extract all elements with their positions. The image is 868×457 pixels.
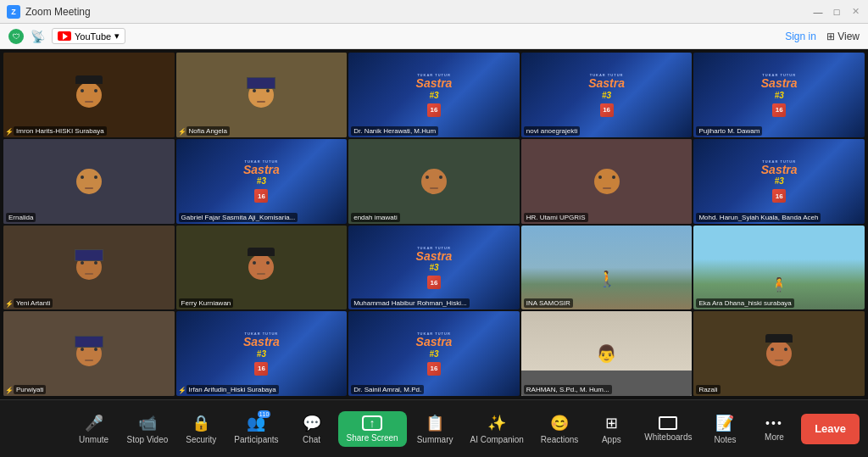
participant-name-label: INA SAMOSIR [524, 298, 573, 308]
participant-name-label: Muhammad Habibur Rohman_Hiski... [351, 298, 469, 308]
maximize-button[interactable]: □ [831, 6, 843, 18]
share-screen-button[interactable]: ↑ Share Screen [338, 411, 407, 447]
participant-name-label: Irfan Arifudin_Hiski Surabaya [186, 385, 279, 394]
sub-toolbar: 🛡 📡 YouTube ▾ Sign in ⊞ View [0, 24, 868, 49]
reactions-icon: 😊 [550, 414, 569, 432]
chat-icon: 💬 [303, 414, 321, 432]
sign-in-button[interactable]: Sign in [785, 31, 816, 42]
share-screen-icon: ↑ [362, 415, 382, 431]
share-screen-label: Share Screen [347, 433, 398, 443]
video-tile[interactable]: TUKAR TUTUR Sastra #3 16 novi anoegrajek… [521, 53, 693, 137]
participant-name-label: Eka Ara Dhana_hiski surabaya [696, 298, 793, 308]
video-tile[interactable]: TUKAR TUTUR Sastra #3 16 Gabriel Fajar S… [176, 139, 348, 224]
security-label: Security [186, 435, 216, 444]
participant-name-label: RAHMAN, S.Pd., M. Hum... [524, 385, 612, 394]
participant-name-label: Purwiyati [14, 385, 46, 394]
close-button[interactable]: ✕ [849, 6, 861, 18]
summary-label: Summary [417, 435, 453, 444]
video-tile[interactable]: ⚡Imron Harits-HISKI Surabaya [3, 53, 175, 137]
unmute-button[interactable]: 🎤 Unmute [71, 410, 117, 449]
participant-name-label: Nofia Angela [186, 126, 230, 136]
whiteboards-icon [659, 416, 677, 430]
titlebar: Z Zoom Meeting — □ ✕ [0, 0, 868, 24]
mic-muted-icon: ⚡ [5, 300, 14, 308]
ai-companion-label: AI Companion [470, 435, 523, 444]
chat-label: Chat [303, 435, 320, 444]
video-tile[interactable]: TUKAR TUTUR Sastra #3 16 Pujiharto M. Da… [693, 53, 865, 137]
video-tile[interactable]: 🧍Eka Ara Dhana_hiski surabaya [693, 226, 865, 310]
video-tile[interactable]: ⚡Nofia Angela [176, 53, 348, 137]
stop-video-label: Stop Video [127, 435, 169, 444]
participant-name-label: Mohd. Harun_Syiah Kuala, Banda Aceh [696, 213, 821, 222]
unmute-label: Unmute [79, 435, 108, 444]
participant-name-label: HR. Utami UPGRIS [524, 213, 588, 222]
security-button[interactable]: 🔒 Security [178, 410, 224, 449]
more-label: More [765, 432, 784, 442]
window-controls[interactable]: — □ ✕ [812, 6, 861, 18]
more-button[interactable]: ••• More [751, 412, 797, 446]
more-icon: ••• [765, 416, 783, 430]
video-tile[interactable]: TUKAR TUTUR Sastra #3 16 ⚡Irfan Arifudin… [176, 311, 348, 396]
summary-button[interactable]: 📋 Summary [410, 410, 460, 449]
reactions-button[interactable]: 😊 Reactions [534, 410, 585, 449]
security-icon: 🔒 [192, 414, 210, 432]
video-tile[interactable]: Ferry Kurniawan [176, 226, 348, 310]
video-icon: 📹 [138, 414, 157, 432]
bottom-toolbar: 🎤 Unmute 📹 Stop Video 🔒 Security 👥110 Pa… [0, 399, 868, 457]
mic-muted-icon: ⚡ [178, 387, 186, 394]
video-tile[interactable]: ⚡Yeni Artanti [3, 226, 175, 310]
notes-icon: 📝 [715, 414, 734, 432]
participant-name-label: Gabriel Fajar Sasmita Aji_Komisaria... [179, 213, 298, 222]
whiteboards-button[interactable]: Whiteboards [637, 412, 698, 446]
notes-button[interactable]: 📝 Notes [702, 410, 748, 449]
youtube-logo [58, 31, 71, 41]
video-tile[interactable]: TUKAR TUTUR Sastra #3 16 Dr. Nanik Heraw… [348, 53, 520, 137]
shield-icon: 🛡 [8, 29, 24, 44]
participant-name-label: Dr. Sainil Amral, M.Pd. [351, 385, 424, 394]
participants-icon: 👥110 [247, 414, 265, 432]
participant-name-label: novi anoegrajekti [524, 126, 580, 136]
participant-name-label: Dr. Nanik Herawati, M.Hum [351, 126, 438, 136]
notes-label: Notes [714, 435, 736, 444]
youtube-label: YouTube [75, 31, 111, 42]
view-button[interactable]: ⊞ View [826, 31, 860, 42]
chat-button[interactable]: 💬 Chat [289, 410, 335, 449]
video-tile[interactable]: Razali [693, 311, 865, 396]
mic-muted-icon: ⚡ [178, 128, 186, 136]
zoom-icon: Z [7, 5, 20, 19]
participant-name-label: Ernalida [6, 213, 36, 222]
summary-icon: 📋 [426, 414, 444, 432]
video-tile[interactable]: TUKAR TUTUR Sastra #3 16 Dr. Sainil Amra… [348, 311, 520, 396]
video-tile[interactable]: Ernalida [3, 139, 175, 224]
video-tile[interactable]: TUKAR TUTUR Sastra #3 16 Mohd. Harun_Syi… [693, 139, 865, 224]
video-tile[interactable]: TUKAR TUTUR Sastra #3 16 Muhammad Habibu… [348, 226, 520, 310]
microphone-icon: 🎤 [85, 414, 103, 432]
leave-button[interactable]: Leave [801, 414, 860, 444]
video-tile[interactable]: HR. Utami UPGRIS [521, 139, 693, 224]
youtube-dropdown-icon: ▾ [114, 31, 120, 42]
participant-name-label: Pujiharto M. Dawam [696, 126, 762, 136]
rss-icon: 📡 [31, 30, 45, 43]
video-tile[interactable]: 🚶 INA SAMOSIR [521, 226, 693, 310]
stop-video-button[interactable]: 📹 Stop Video [120, 410, 175, 449]
video-grid: ⚡Imron Harits-HISKI Surabaya ⚡Nofia Ange… [0, 49, 868, 399]
reactions-label: Reactions [541, 435, 578, 444]
mic-muted-icon: ⚡ [5, 387, 14, 394]
video-tile[interactable]: 👨 RAHMAN, S.Pd., M. Hum... [521, 311, 693, 396]
participant-name-label: Imron Harits-HISKI Surabaya [14, 126, 107, 136]
titlebar-left: Z Zoom Meeting [7, 5, 812, 19]
participant-name-label: endah imawati [351, 213, 400, 222]
youtube-button[interactable]: YouTube ▾ [52, 28, 125, 44]
participants-button[interactable]: 👥110 Participants [227, 410, 285, 449]
participant-name-label: Razali [696, 385, 720, 394]
video-tile[interactable]: ⚡Purwiyati [3, 311, 175, 396]
apps-button[interactable]: ⊞ Apps [588, 410, 634, 449]
video-tile[interactable]: endah imawati [348, 139, 520, 224]
participant-name-label: Ferry Kurniawan [179, 298, 234, 308]
participant-name-label: Yeni Artanti [14, 298, 53, 308]
minimize-button[interactable]: — [812, 6, 824, 18]
toolbar-right: Sign in ⊞ View [785, 31, 860, 42]
apps-icon: ⊞ [605, 414, 618, 432]
ai-companion-button[interactable]: ✨ AI Companion [463, 410, 530, 449]
mic-muted-icon: ⚡ [5, 128, 14, 136]
